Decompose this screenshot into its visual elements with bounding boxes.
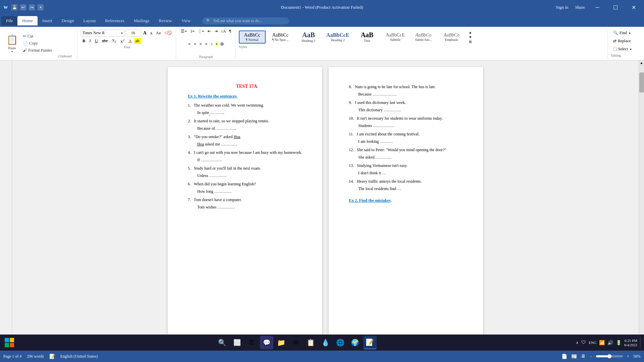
subscript-button[interactable]: X2	[110, 38, 118, 44]
taskbar-search[interactable]: 🔍	[216, 336, 229, 349]
copy-button[interactable]: 📄 Copy	[21, 40, 54, 47]
tab-design[interactable]: Design	[57, 16, 79, 25]
tab-file[interactable]: File	[1, 16, 17, 25]
taskbar-explorer[interactable]: 📁	[275, 336, 288, 349]
shading-button[interactable]: ▪	[215, 41, 218, 47]
start-button[interactable]	[3, 336, 16, 349]
language-indicator[interactable]: ENG	[589, 341, 596, 345]
redo-icon[interactable]: ↪	[29, 4, 35, 10]
styles-scroll-up[interactable]: ▲	[468, 30, 473, 34]
read-mode-icon[interactable]: 📄	[561, 354, 567, 359]
language[interactable]: English (United States)	[60, 354, 98, 359]
styles-scroll-down[interactable]: ▼	[468, 35, 473, 39]
zoom-handle[interactable]	[607, 354, 611, 358]
borders-button[interactable]: ⊞	[219, 41, 225, 47]
share-btn[interactable]: Share	[573, 4, 587, 11]
underline-button[interactable]: U	[93, 38, 100, 44]
line-spacing-button[interactable]: ↕	[210, 41, 214, 47]
justify-button[interactable]: ≡	[204, 41, 209, 47]
save-icon[interactable]: 💾	[11, 4, 17, 10]
numbering-button[interactable]: 1≡	[189, 28, 196, 35]
tab-home[interactable]: Home	[17, 16, 38, 25]
right-scrollbar[interactable]: ▲ ▼	[639, 60, 644, 346]
style-emphasis[interactable]: AaBbCo Emphasis	[438, 31, 465, 43]
format-painter-button[interactable]: 🖌 Format Painter	[21, 47, 54, 54]
sort-button[interactable]: ↕A	[220, 28, 227, 35]
zoom-percent[interactable]: 50%	[633, 354, 641, 359]
cut-button[interactable]: ✂ Cut	[21, 33, 54, 40]
taskbar-app1[interactable]: 📋	[304, 336, 318, 349]
font-name-selector[interactable]: Times New R ▾	[81, 29, 124, 37]
style-subtle-emphasis[interactable]: AaBbCo Subtle Em...	[410, 31, 437, 43]
taskbar-edge[interactable]: 🌍	[348, 336, 362, 349]
select-button[interactable]: ⬚ Select ▾	[611, 46, 639, 53]
style-subtitle[interactable]: AaBbCcE Subtitle	[382, 31, 409, 43]
highlight-button[interactable]: ab	[134, 38, 141, 44]
font-case-button[interactable]: Aa	[155, 30, 162, 36]
style-normal[interactable]: AaBbCc ¶ Normal	[239, 31, 266, 44]
styles-expand[interactable]: ⊞	[468, 40, 473, 44]
scroll-up-arrow[interactable]: ▲	[639, 60, 644, 66]
taskbar-dropbox[interactable]: 💧	[319, 336, 332, 349]
clock[interactable]: 6:25 PM 6/4/2022	[624, 339, 637, 347]
align-left-button[interactable]: ≡	[187, 41, 192, 47]
taskbar-chrome[interactable]: 🌐	[334, 336, 347, 349]
clear-format-button[interactable]: A🚫	[163, 30, 173, 36]
close-button[interactable]: ✕	[626, 0, 641, 15]
show-formatting-button[interactable]: ¶	[228, 28, 232, 35]
font-shrink-button[interactable]: A	[149, 31, 154, 36]
sign-in-btn[interactable]: Sign in	[554, 4, 570, 11]
show-desktop-button[interactable]	[640, 337, 641, 348]
font-color-button[interactable]: A	[127, 38, 133, 44]
taskbar-word[interactable]: 📝	[363, 336, 377, 349]
tab-insert[interactable]: Insert	[38, 16, 57, 25]
bullets-button[interactable]: ☰≡	[179, 28, 188, 35]
tab-review[interactable]: Review	[154, 16, 177, 25]
style-heading1[interactable]: AaB Heading 1	[295, 29, 322, 44]
taskbar-mail[interactable]: ✉	[289, 336, 303, 349]
multilevel-button[interactable]: ⋮≡	[197, 28, 206, 35]
antivirus-icon[interactable]: 🛡	[581, 340, 586, 345]
undo-icon[interactable]: ↩	[20, 4, 26, 10]
maximize-button[interactable]: ☐	[608, 0, 623, 15]
web-layout-icon[interactable]: 🖥	[581, 354, 586, 359]
tab-layout[interactable]: Layout	[78, 16, 100, 25]
align-center-button[interactable]: ≡	[193, 41, 198, 47]
taskbar-chat[interactable]: 💬	[260, 336, 273, 349]
network-icon[interactable]: 📶	[599, 340, 605, 346]
system-tray-arrow[interactable]: ∧	[576, 341, 579, 345]
style-heading2[interactable]: AaBbCcE Heading 2	[323, 31, 352, 44]
volume-icon[interactable]: 🔊	[607, 340, 613, 346]
battery-icon[interactable]: 🔋	[616, 340, 622, 346]
taskbar-task-view[interactable]: ⬜	[230, 336, 244, 349]
superscript-button[interactable]: X2	[119, 38, 126, 44]
zoom-out-button[interactable]: −	[590, 354, 592, 359]
pages-container[interactable]: TEST 17A Ex 1. Rewrite the sentences. 1.…	[12, 60, 639, 346]
increase-indent-button[interactable]: ⇥	[213, 28, 219, 35]
replace-button[interactable]: ⇄ Replace	[611, 38, 639, 45]
scroll-track[interactable]	[639, 66, 644, 341]
tab-mailings[interactable]: Mailings	[129, 16, 154, 25]
customize-qat-icon[interactable]: ▾	[38, 4, 44, 10]
minimize-button[interactable]: ─	[590, 0, 605, 15]
style-no-spacing[interactable]: AaBbCc ¶ No Spac...	[267, 31, 294, 43]
align-right-button[interactable]: ≡	[198, 41, 203, 47]
scroll-thumb[interactable]	[639, 72, 644, 93]
style-title[interactable]: AaB Title	[354, 29, 380, 44]
strikethrough-button[interactable]: abc	[100, 38, 110, 44]
tab-view[interactable]: View	[177, 16, 195, 25]
italic-button[interactable]: I	[88, 38, 92, 44]
tab-references[interactable]: References	[100, 16, 129, 25]
taskbar-widgets[interactable]: 🗓	[245, 336, 259, 349]
decrease-indent-button[interactable]: ⇤	[206, 28, 212, 35]
proofing-icon[interactable]: 📝	[49, 354, 55, 359]
print-layout-icon[interactable]: 📰	[571, 354, 577, 359]
zoom-in-button[interactable]: +	[627, 354, 629, 359]
paste-button[interactable]: 📋 Paste ▾	[4, 28, 20, 59]
zoom-slider[interactable]	[596, 355, 623, 357]
find-button[interactable]: 🔍 Find ▾	[611, 29, 639, 37]
font-size-selector[interactable]: 16	[125, 29, 141, 37]
font-grow-button[interactable]: A	[142, 30, 148, 37]
bold-button[interactable]: B	[81, 38, 87, 44]
search-bar[interactable]: 🔍 Tell me what you want to do...	[202, 17, 289, 24]
